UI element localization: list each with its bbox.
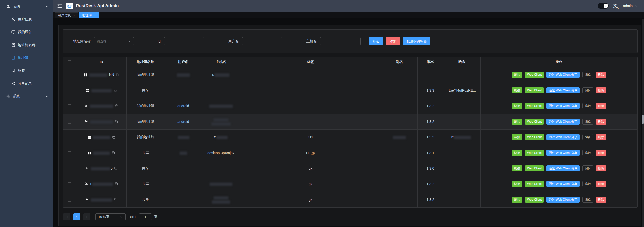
web-client-button[interactable]: Web Client xyxy=(525,103,544,109)
link-button[interactable]: 链接 xyxy=(512,150,522,156)
sidebar-item-user-info[interactable]: 用户信息 xyxy=(0,13,53,26)
page-size-select[interactable]: 10条/页 xyxy=(95,213,126,220)
scrollbar-thumb[interactable] xyxy=(642,115,644,124)
web-client-button[interactable]: Web Client xyxy=(525,197,544,203)
edit-button[interactable]: 编辑 xyxy=(582,119,593,125)
share-via-web-client-button[interactable]: 通过 Web Client 分享 xyxy=(546,134,579,140)
dark-mode-toggle[interactable]: ☾ xyxy=(598,3,609,9)
delete-button[interactable]: 删除 xyxy=(596,134,606,140)
language-icon[interactable]: 文A xyxy=(613,3,619,9)
row-checkbox[interactable] xyxy=(68,73,71,77)
sidebar-item-mine[interactable]: 我的 xyxy=(0,0,53,13)
delete-button[interactable]: 删除 xyxy=(596,197,606,203)
sidebar-item-share-records[interactable]: 分享记录 xyxy=(0,77,53,90)
share-via-web-client-button[interactable]: 通过 Web Client 分享 xyxy=(546,72,579,78)
web-client-button[interactable]: Web Client xyxy=(525,87,544,93)
link-button[interactable]: 链接 xyxy=(512,72,522,78)
add-button[interactable]: 添加 xyxy=(386,37,400,45)
share-via-web-client-button[interactable]: 通过 Web Client 分享 xyxy=(546,87,579,93)
share-via-web-client-button[interactable]: 通过 Web Client 分享 xyxy=(546,150,579,156)
copy-id-button[interactable] xyxy=(115,182,118,186)
link-button[interactable]: 链接 xyxy=(512,103,522,109)
prev-page-button[interactable] xyxy=(63,213,70,220)
copy-id-button[interactable] xyxy=(114,167,117,170)
edit-button[interactable]: 编辑 xyxy=(582,103,593,109)
row-checkbox[interactable] xyxy=(68,104,71,108)
copy-icon[interactable] xyxy=(115,104,118,108)
edit-button[interactable]: 编辑 xyxy=(582,165,593,171)
copy-icon[interactable] xyxy=(112,135,115,139)
close-icon[interactable]: × xyxy=(73,14,75,17)
row-checkbox[interactable] xyxy=(68,89,71,92)
copy-icon[interactable] xyxy=(114,198,117,201)
row-checkbox[interactable] xyxy=(68,198,71,202)
batch-edit-tags-button[interactable]: 批量编辑标签 xyxy=(403,37,430,45)
edit-button[interactable]: 编辑 xyxy=(582,181,593,187)
link-button[interactable]: 链接 xyxy=(512,197,522,203)
edit-button[interactable]: 编辑 xyxy=(582,197,593,203)
link-button[interactable]: 链接 xyxy=(512,87,522,93)
share-via-web-client-button[interactable]: 通过 Web Client 分享 xyxy=(546,165,579,171)
web-client-button[interactable]: Web Client xyxy=(525,119,544,125)
link-button[interactable]: 链接 xyxy=(512,134,522,140)
sidebar-fold-icon[interactable] xyxy=(57,3,62,9)
share-via-web-client-button[interactable]: 通过 Web Client 分享 xyxy=(546,181,579,187)
copy-id-button[interactable] xyxy=(115,120,118,123)
sidebar-item-my-devices[interactable]: 我的设备 xyxy=(0,26,53,39)
share-via-web-client-button[interactable]: 通过 Web Client 分享 xyxy=(546,119,579,125)
web-client-button[interactable]: Web Client xyxy=(525,150,544,156)
delete-button[interactable]: 删除 xyxy=(596,150,606,156)
delete-button[interactable]: 删除 xyxy=(596,165,606,171)
edit-button[interactable]: 编辑 xyxy=(582,134,593,140)
edit-button[interactable]: 编辑 xyxy=(582,72,593,78)
next-page-button[interactable] xyxy=(83,213,90,220)
delete-button[interactable]: 删除 xyxy=(596,119,606,125)
copy-icon[interactable] xyxy=(115,182,118,186)
page-number-button[interactable]: 1 xyxy=(73,213,80,220)
edit-button[interactable]: 编辑 xyxy=(582,150,593,156)
delete-button[interactable]: 删除 xyxy=(596,103,606,109)
close-icon[interactable]: × xyxy=(94,14,96,17)
copy-icon[interactable] xyxy=(115,73,119,77)
link-button[interactable]: 链接 xyxy=(512,119,522,125)
web-client-button[interactable]: Web Client xyxy=(525,165,544,171)
username-input[interactable] xyxy=(242,37,282,45)
id-input[interactable] xyxy=(164,37,204,45)
user-menu[interactable]: admin xyxy=(623,4,638,8)
web-client-button[interactable]: Web Client xyxy=(525,181,544,187)
copy-id-button[interactable] xyxy=(114,198,117,201)
delete-button[interactable]: 删除 xyxy=(596,72,606,78)
edit-button[interactable]: 编辑 xyxy=(582,87,593,93)
row-checkbox[interactable] xyxy=(68,136,71,139)
sidebar-item-address-book-name[interactable]: 地址簿名称 xyxy=(0,39,53,51)
copy-id-button[interactable] xyxy=(112,135,115,139)
sidebar-item-address-book[interactable]: 地址簿 xyxy=(0,51,53,64)
copy-id-button[interactable] xyxy=(112,151,115,155)
copy-id-button[interactable] xyxy=(113,89,117,92)
share-via-web-client-button[interactable]: 通过 Web Client 分享 xyxy=(546,103,579,109)
scrollbar-track[interactable] xyxy=(642,19,644,227)
copy-icon[interactable] xyxy=(113,89,117,92)
tab-address-book[interactable]: 地址簿 × xyxy=(79,12,99,18)
copy-id-button[interactable] xyxy=(115,73,119,77)
share-via-web-client-button[interactable]: 通过 Web Client 分享 xyxy=(546,197,579,203)
sidebar-item-tags[interactable]: 标签 xyxy=(0,64,53,77)
goto-page-input[interactable] xyxy=(139,213,152,220)
copy-icon[interactable] xyxy=(114,167,117,170)
web-client-button[interactable]: Web Client xyxy=(525,72,544,78)
delete-button[interactable]: 删除 xyxy=(596,87,606,93)
link-button[interactable]: 链接 xyxy=(512,165,522,171)
tab-user-info[interactable]: 用户信息 × xyxy=(55,12,78,18)
sidebar-item-system[interactable]: 系统 xyxy=(0,90,53,103)
copy-id-button[interactable] xyxy=(115,104,118,108)
row-checkbox[interactable] xyxy=(68,182,71,186)
filter-button[interactable]: 筛选 xyxy=(369,37,383,45)
row-checkbox[interactable] xyxy=(68,151,71,155)
copy-icon[interactable] xyxy=(112,151,115,155)
link-button[interactable]: 链接 xyxy=(512,181,522,187)
delete-button[interactable]: 删除 xyxy=(596,181,606,187)
address-book-name-select[interactable]: 请选择 xyxy=(94,37,134,45)
select-all-checkbox[interactable] xyxy=(68,60,71,64)
web-client-button[interactable]: Web Client xyxy=(525,134,544,140)
row-checkbox[interactable] xyxy=(68,120,71,124)
